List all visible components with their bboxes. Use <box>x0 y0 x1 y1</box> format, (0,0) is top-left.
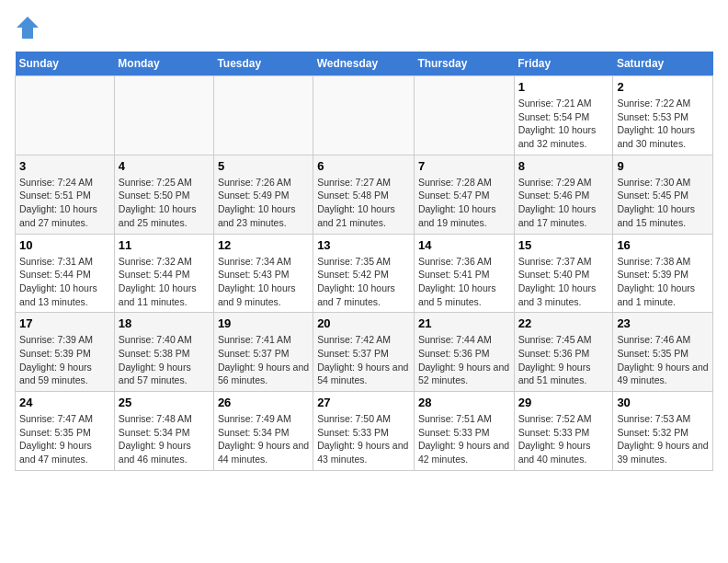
calendar-cell: 7Sunrise: 7:28 AM Sunset: 5:47 PM Daylig… <box>414 155 514 234</box>
day-number: 9 <box>617 159 709 173</box>
weekday-header-friday: Friday <box>514 52 613 76</box>
day-info: Sunrise: 7:50 AM Sunset: 5:33 PM Dayligh… <box>317 412 410 466</box>
weekday-header-row: SundayMondayTuesdayWednesdayThursdayFrid… <box>16 52 713 76</box>
calendar-week-row: 24Sunrise: 7:47 AM Sunset: 5:35 PM Dayli… <box>16 392 713 471</box>
calendar-week-row: 17Sunrise: 7:39 AM Sunset: 5:39 PM Dayli… <box>16 313 713 392</box>
day-number: 24 <box>19 396 110 409</box>
day-number: 12 <box>218 238 309 252</box>
calendar-cell <box>213 76 313 155</box>
day-number: 19 <box>218 316 309 330</box>
calendar-week-row: 1Sunrise: 7:21 AM Sunset: 5:54 PM Daylig… <box>16 76 713 155</box>
day-info: Sunrise: 7:40 AM Sunset: 5:38 PM Dayligh… <box>119 333 210 387</box>
calendar-cell: 11Sunrise: 7:32 AM Sunset: 5:44 PM Dayli… <box>114 234 213 313</box>
day-info: Sunrise: 7:38 AM Sunset: 5:39 PM Dayligh… <box>617 255 709 309</box>
weekday-header-tuesday: Tuesday <box>213 52 313 76</box>
calendar-cell: 1Sunrise: 7:21 AM Sunset: 5:54 PM Daylig… <box>514 76 613 155</box>
calendar-cell <box>313 76 415 155</box>
day-info: Sunrise: 7:30 AM Sunset: 5:45 PM Dayligh… <box>617 176 709 230</box>
day-number: 30 <box>617 396 709 409</box>
day-info: Sunrise: 7:26 AM Sunset: 5:49 PM Dayligh… <box>218 176 309 230</box>
day-info: Sunrise: 7:51 AM Sunset: 5:33 PM Dayligh… <box>418 412 510 466</box>
day-number: 20 <box>317 316 410 330</box>
calendar-cell: 19Sunrise: 7:41 AM Sunset: 5:37 PM Dayli… <box>213 313 313 392</box>
weekday-header-monday: Monday <box>114 52 213 76</box>
day-number: 13 <box>317 238 410 252</box>
calendar-cell: 18Sunrise: 7:40 AM Sunset: 5:38 PM Dayli… <box>114 313 213 392</box>
calendar-week-row: 10Sunrise: 7:31 AM Sunset: 5:44 PM Dayli… <box>16 234 713 313</box>
calendar-cell: 9Sunrise: 7:30 AM Sunset: 5:45 PM Daylig… <box>613 155 713 234</box>
calendar-cell: 21Sunrise: 7:44 AM Sunset: 5:36 PM Dayli… <box>414 313 514 392</box>
day-info: Sunrise: 7:35 AM Sunset: 5:42 PM Dayligh… <box>317 255 410 309</box>
calendar-cell: 12Sunrise: 7:34 AM Sunset: 5:43 PM Dayli… <box>213 234 313 313</box>
day-info: Sunrise: 7:42 AM Sunset: 5:37 PM Dayligh… <box>317 333 410 387</box>
day-info: Sunrise: 7:44 AM Sunset: 5:36 PM Dayligh… <box>418 333 510 387</box>
weekday-header-saturday: Saturday <box>613 52 713 76</box>
calendar-cell <box>414 76 514 155</box>
day-info: Sunrise: 7:22 AM Sunset: 5:53 PM Dayligh… <box>617 97 709 151</box>
day-number: 6 <box>317 159 410 173</box>
calendar-week-row: 3Sunrise: 7:24 AM Sunset: 5:51 PM Daylig… <box>16 155 713 234</box>
calendar-cell: 6Sunrise: 7:27 AM Sunset: 5:48 PM Daylig… <box>313 155 415 234</box>
calendar-cell: 15Sunrise: 7:37 AM Sunset: 5:40 PM Dayli… <box>514 234 613 313</box>
day-number: 25 <box>119 396 210 409</box>
calendar-cell: 4Sunrise: 7:25 AM Sunset: 5:50 PM Daylig… <box>114 155 213 234</box>
calendar-cell: 27Sunrise: 7:50 AM Sunset: 5:33 PM Dayli… <box>313 392 415 471</box>
day-number: 16 <box>617 238 709 252</box>
day-number: 4 <box>119 159 210 173</box>
day-number: 21 <box>418 316 510 330</box>
day-info: Sunrise: 7:24 AM Sunset: 5:51 PM Dayligh… <box>19 176 110 230</box>
calendar-cell: 20Sunrise: 7:42 AM Sunset: 5:37 PM Dayli… <box>313 313 415 392</box>
day-info: Sunrise: 7:36 AM Sunset: 5:41 PM Dayligh… <box>418 255 510 309</box>
calendar-table: SundayMondayTuesdayWednesdayThursdayFrid… <box>15 52 713 471</box>
logo <box>15 15 44 40</box>
day-number: 26 <box>218 396 309 409</box>
day-number: 2 <box>617 80 709 94</box>
day-number: 11 <box>119 238 210 252</box>
weekday-header-wednesday: Wednesday <box>313 52 415 76</box>
day-number: 23 <box>617 316 709 330</box>
day-info: Sunrise: 7:27 AM Sunset: 5:48 PM Dayligh… <box>317 176 410 230</box>
page-header <box>15 15 713 40</box>
day-number: 3 <box>19 159 110 173</box>
day-number: 18 <box>119 316 210 330</box>
day-info: Sunrise: 7:21 AM Sunset: 5:54 PM Dayligh… <box>518 97 609 151</box>
day-info: Sunrise: 7:49 AM Sunset: 5:34 PM Dayligh… <box>218 412 309 466</box>
calendar-cell: 22Sunrise: 7:45 AM Sunset: 5:36 PM Dayli… <box>514 313 613 392</box>
day-info: Sunrise: 7:28 AM Sunset: 5:47 PM Dayligh… <box>418 176 510 230</box>
logo-icon <box>15 15 40 40</box>
day-number: 27 <box>317 396 410 409</box>
calendar-cell: 17Sunrise: 7:39 AM Sunset: 5:39 PM Dayli… <box>16 313 115 392</box>
day-info: Sunrise: 7:25 AM Sunset: 5:50 PM Dayligh… <box>119 176 210 230</box>
day-info: Sunrise: 7:31 AM Sunset: 5:44 PM Dayligh… <box>19 255 110 309</box>
calendar-cell: 3Sunrise: 7:24 AM Sunset: 5:51 PM Daylig… <box>16 155 115 234</box>
day-info: Sunrise: 7:53 AM Sunset: 5:32 PM Dayligh… <box>617 412 709 466</box>
calendar-cell: 28Sunrise: 7:51 AM Sunset: 5:33 PM Dayli… <box>414 392 514 471</box>
calendar-cell: 13Sunrise: 7:35 AM Sunset: 5:42 PM Dayli… <box>313 234 415 313</box>
day-number: 10 <box>19 238 110 252</box>
day-number: 14 <box>418 238 510 252</box>
day-number: 29 <box>518 396 609 409</box>
calendar-cell: 16Sunrise: 7:38 AM Sunset: 5:39 PM Dayli… <box>613 234 713 313</box>
day-info: Sunrise: 7:47 AM Sunset: 5:35 PM Dayligh… <box>19 412 110 466</box>
day-number: 1 <box>518 80 609 94</box>
weekday-header-sunday: Sunday <box>16 52 115 76</box>
svg-marker-0 <box>17 17 39 39</box>
calendar-cell <box>16 76 115 155</box>
day-info: Sunrise: 7:32 AM Sunset: 5:44 PM Dayligh… <box>119 255 210 309</box>
calendar-cell: 26Sunrise: 7:49 AM Sunset: 5:34 PM Dayli… <box>213 392 313 471</box>
day-number: 28 <box>418 396 510 409</box>
day-info: Sunrise: 7:45 AM Sunset: 5:36 PM Dayligh… <box>518 333 609 387</box>
weekday-header-thursday: Thursday <box>414 52 514 76</box>
day-number: 5 <box>218 159 309 173</box>
calendar-cell: 23Sunrise: 7:46 AM Sunset: 5:35 PM Dayli… <box>613 313 713 392</box>
calendar-cell: 10Sunrise: 7:31 AM Sunset: 5:44 PM Dayli… <box>16 234 115 313</box>
day-info: Sunrise: 7:29 AM Sunset: 5:46 PM Dayligh… <box>518 176 609 230</box>
day-info: Sunrise: 7:48 AM Sunset: 5:34 PM Dayligh… <box>119 412 210 466</box>
calendar-cell: 25Sunrise: 7:48 AM Sunset: 5:34 PM Dayli… <box>114 392 213 471</box>
day-number: 15 <box>518 238 609 252</box>
calendar-cell: 2Sunrise: 7:22 AM Sunset: 5:53 PM Daylig… <box>613 76 713 155</box>
calendar-cell: 5Sunrise: 7:26 AM Sunset: 5:49 PM Daylig… <box>213 155 313 234</box>
calendar-cell: 8Sunrise: 7:29 AM Sunset: 5:46 PM Daylig… <box>514 155 613 234</box>
calendar-cell: 30Sunrise: 7:53 AM Sunset: 5:32 PM Dayli… <box>613 392 713 471</box>
calendar-cell: 14Sunrise: 7:36 AM Sunset: 5:41 PM Dayli… <box>414 234 514 313</box>
